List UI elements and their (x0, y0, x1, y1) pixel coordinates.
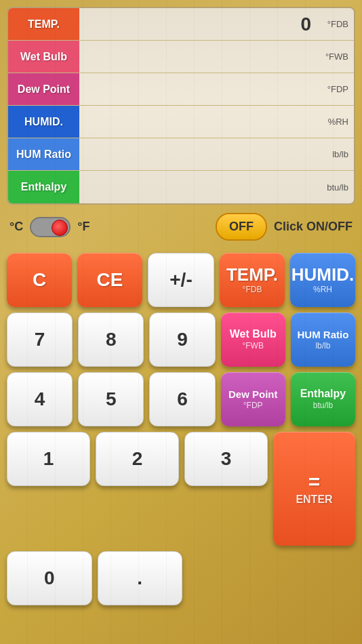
btn-7[interactable]: 7 (7, 313, 73, 367)
on-off-label: Click ON/OFF (274, 220, 353, 234)
temp-select-sub: °FDB (243, 285, 262, 294)
calculator-grid: C CE +/- TEMP. °FDB HUMID. %RH 7 8 9 Wet… (0, 249, 362, 612)
btn-8[interactable]: 8 (78, 313, 144, 367)
btn-6[interactable]: 6 (149, 372, 215, 426)
enthalpy-select-button[interactable]: Enthalpy btu/lb (291, 372, 355, 426)
dewpoint-select-main: Dew Point (228, 389, 278, 399)
humid-label: HUMID. (8, 106, 79, 138)
wetbulb-select-button[interactable]: Wet Bulb °FWB (221, 313, 285, 367)
temp-select-main: TEMP. (226, 266, 278, 283)
wetbulb-row: Wet Bulb °FWB (8, 41, 354, 73)
btn-1[interactable]: 1 (7, 432, 90, 486)
enthalpy-value (79, 171, 317, 203)
enthalpy-row: Enthalpy btu/lb (8, 171, 354, 203)
humid-row: HUMID. %RH (8, 106, 354, 138)
enter-eq: = (308, 472, 321, 492)
calc-row-2: 7 8 9 Wet Bulb °FWB HUM Ratio lb/lb (7, 313, 355, 367)
sign-button[interactable]: +/- (148, 253, 214, 307)
temp-label: TEMP. (8, 8, 79, 40)
celsius-label: °C (9, 220, 23, 234)
enthalpy-unit: btu/lb (317, 182, 354, 193)
humratio-value (79, 138, 317, 170)
dewpoint-select-button[interactable]: Dew Point °FDP (221, 372, 285, 426)
humid-unit: %RH (317, 117, 354, 127)
humid-select-main: HUMID. (291, 266, 354, 283)
btn-9[interactable]: 9 (149, 313, 215, 367)
humratio-unit: lb/lb (317, 149, 354, 159)
enter-button[interactable]: = ENTER (273, 432, 355, 546)
dewpoint-value (79, 73, 317, 105)
fahrenheit-label: °F (77, 220, 89, 234)
enthalpy-label: Enthalpy (8, 171, 79, 203)
dewpoint-label: Dew Point (8, 73, 79, 105)
temp-unit-toggle[interactable] (30, 217, 71, 237)
humid-select-button[interactable]: HUMID. %RH (290, 253, 355, 307)
btn-0[interactable]: 0 (7, 551, 92, 605)
temp-unit: °FDB (317, 19, 354, 29)
btn-3[interactable]: 3 (184, 432, 268, 486)
btn-5[interactable]: 5 (78, 372, 144, 426)
humid-select-sub: %RH (313, 285, 332, 294)
calc-row-4: 1 2 3 = ENTER (7, 432, 355, 546)
enter-label: ENTER (296, 494, 332, 506)
temp-value: 0 (79, 8, 317, 40)
clear-button[interactable]: C (7, 253, 72, 307)
display-panel: TEMP. 0 °FDB Wet Bulb °FWB Dew Point °FD… (7, 7, 355, 205)
calc-row-5: 0 . (7, 551, 355, 605)
humratio-select-button[interactable]: HUM Ratio lb/lb (291, 313, 355, 367)
wetbulb-label: Wet Bulb (8, 41, 79, 73)
btn-2[interactable]: 2 (96, 432, 179, 486)
enthalpy-select-sub: btu/lb (313, 401, 333, 410)
dewpoint-row: Dew Point °FDP (8, 73, 354, 106)
humratio-row: HUM Ratio lb/lb (8, 138, 354, 171)
dewpoint-unit: °FDP (317, 84, 354, 94)
btn-dot[interactable]: . (98, 551, 183, 605)
humratio-label: HUM Ratio (8, 138, 79, 170)
humratio-select-main: HUM Ratio (298, 329, 349, 340)
humid-value (79, 106, 317, 138)
humratio-select-sub: lb/lb (315, 341, 330, 350)
wetbulb-unit: °FWB (317, 52, 354, 62)
dewpoint-select-sub: °FDP (243, 401, 263, 410)
clear-entry-button[interactable]: CE (77, 253, 142, 307)
calc-row-1: C CE +/- TEMP. °FDB HUMID. %RH (7, 253, 355, 307)
on-off-button[interactable]: OFF (216, 213, 267, 241)
enthalpy-select-main: Enthalpy (300, 388, 346, 399)
toggle-row: °C °F OFF Click ON/OFF (0, 205, 362, 249)
calc-row-3: 4 5 6 Dew Point °FDP Enthalpy btu/lb (7, 372, 355, 426)
wetbulb-select-sub: °FWB (242, 341, 263, 350)
temp-select-button[interactable]: TEMP. °FDB (220, 253, 285, 307)
wetbulb-value (79, 41, 317, 73)
temp-row: TEMP. 0 °FDB (8, 8, 354, 41)
btn-4[interactable]: 4 (7, 372, 73, 426)
wetbulb-select-main: Wet Bulb (230, 329, 277, 340)
